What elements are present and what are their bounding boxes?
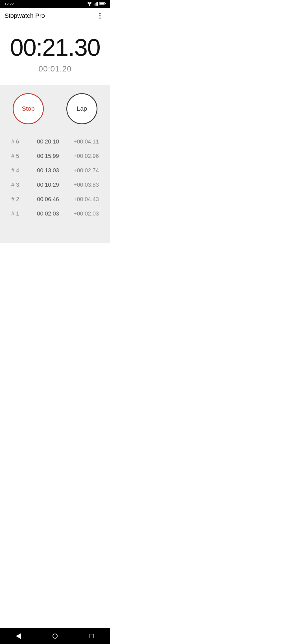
timer-section: 00:21.30 00:01.20 (0, 24, 110, 85)
lap-total-time: 00:15.99 (28, 153, 68, 159)
svg-rect-7 (100, 3, 104, 4)
lap-total-time: 00:20.10 (28, 138, 68, 145)
lap-delta-time: +00:02.03 (68, 210, 99, 217)
lap-delta-time: +00:02.74 (68, 167, 99, 174)
svg-rect-3 (96, 2, 97, 6)
lap-delta-time: +00:04.43 (68, 196, 99, 203)
lap-total-time: 00:02.03 (28, 210, 68, 217)
lap-total-time: 00:10.29 (28, 182, 68, 188)
wifi-icon (87, 2, 92, 6)
lap-number: # 4 (11, 167, 28, 174)
app-title: Stopwatch Pro (5, 12, 45, 19)
lap-number: # 6 (11, 138, 28, 145)
lap-row: # 4 00:13.03 +00:02.74 (5, 163, 106, 178)
buttons-row: Stop Lap (13, 93, 97, 124)
lap-total-time: 00:13.03 (28, 167, 68, 174)
more-options-button[interactable] (94, 10, 106, 21)
lap-delta-time: +00:03.83 (68, 182, 99, 188)
controls-section: Stop Lap # 6 00:20.10 +00:04.11 # 5 00:1… (0, 85, 110, 243)
lap-row: # 1 00:02.03 +00:02.03 (5, 206, 106, 221)
lap-delta-time: +00:02.96 (68, 153, 99, 159)
main-time-display: 00:21.30 (10, 35, 100, 59)
lap-number: # 5 (11, 153, 28, 159)
s-icon: ⊡ (16, 2, 18, 6)
lap-number: # 2 (11, 196, 28, 203)
more-options-icon (99, 13, 101, 19)
lap-row: # 6 00:20.10 +00:04.11 (5, 134, 106, 149)
svg-rect-6 (105, 3, 106, 4)
app-bar: Stopwatch Pro (0, 8, 110, 24)
lap-total-time: 00:06.46 (28, 196, 68, 203)
lap-row: # 3 00:10.29 +00:03.83 (5, 178, 106, 192)
lap-row: # 5 00:15.99 +00:02.96 (5, 149, 106, 163)
battery-icon (99, 2, 106, 6)
lap-delta-time: +00:04.11 (68, 138, 99, 145)
status-time: 12:22 (5, 2, 14, 6)
laps-list: # 6 00:20.10 +00:04.11 # 5 00:15.99 +00:… (0, 134, 110, 221)
svg-rect-4 (97, 2, 98, 6)
lap-number: # 3 (11, 182, 28, 188)
svg-rect-1 (94, 4, 94, 5)
lap-row: # 2 00:06.46 +00:04.43 (5, 192, 106, 206)
lap-time-display: 00:01.20 (39, 64, 72, 73)
svg-point-0 (89, 5, 90, 5)
lap-button[interactable]: Lap (66, 93, 97, 124)
lap-number: # 1 (11, 210, 28, 217)
svg-rect-2 (95, 3, 95, 6)
signal-icon (93, 2, 98, 6)
stop-button[interactable]: Stop (13, 93, 44, 124)
status-bar: 12:22 ⊡ (0, 0, 110, 8)
